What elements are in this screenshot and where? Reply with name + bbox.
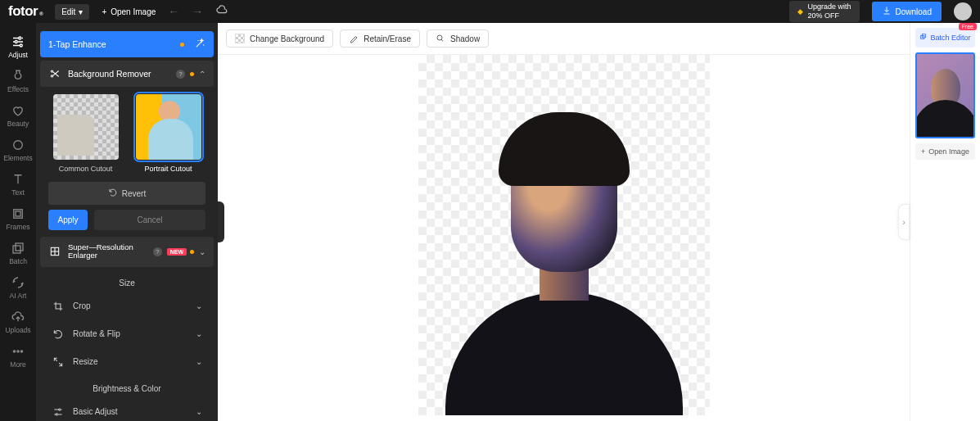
scissors-icon xyxy=(48,67,61,80)
new-badge: NEW xyxy=(167,248,187,256)
panel-collapse-handle[interactable] xyxy=(218,201,224,242)
rail-label: Elements xyxy=(3,154,32,162)
canvas-body xyxy=(218,55,910,421)
crop-row[interactable]: Crop ⌄ xyxy=(40,292,214,320)
subject-cutout xyxy=(441,96,687,415)
upgrade-line1: Upgrade with xyxy=(807,2,851,11)
status-dot-icon xyxy=(190,250,194,254)
rail-item-text[interactable]: Text xyxy=(0,167,36,201)
rail-item-batch[interactable]: Batch xyxy=(0,236,36,270)
batch-editor-label: Batch Editor xyxy=(930,34,970,42)
plus-icon: + xyxy=(921,147,925,156)
svg-rect-7 xyxy=(16,243,23,251)
change-bg-label: Change Background xyxy=(250,34,324,43)
open-image-label: Open Image xyxy=(111,7,156,16)
rotate-flip-row[interactable]: Rotate & Flip ⌄ xyxy=(40,320,214,348)
revert-button[interactable]: Revert xyxy=(48,182,205,205)
top-bar: fotor ® Edit ▾ + Open Image ← → ◆ Upgrad… xyxy=(0,0,980,23)
batch-editor-button[interactable]: Free Batch Editor xyxy=(915,28,975,48)
back-arrow-icon[interactable]: ← xyxy=(168,5,179,18)
svg-rect-19 xyxy=(923,34,926,38)
chevron-down-icon: ⌄ xyxy=(196,357,202,366)
diamond-icon: ◆ xyxy=(797,7,803,16)
info-icon: ? xyxy=(153,247,162,256)
shadow-button[interactable]: Shadow xyxy=(427,29,489,48)
forward-arrow-icon[interactable]: → xyxy=(192,5,203,18)
rail-item-aiart[interactable]: AI Art xyxy=(0,270,36,305)
rail-item-uploads[interactable]: Uploads xyxy=(0,305,36,339)
svg-point-12 xyxy=(51,75,52,77)
one-tap-enhance-row[interactable]: 1-Tap Enhance xyxy=(40,31,214,57)
magic-wand-icon xyxy=(194,38,205,51)
logo-text: fotor xyxy=(8,3,38,20)
background-remover-row[interactable]: Background Remover ? ⌃ xyxy=(40,61,214,87)
svg-point-8 xyxy=(13,351,15,352)
cutout-options: Common Cutout Portrait Cutout xyxy=(40,90,214,177)
svg-point-14 xyxy=(59,409,61,410)
rail-item-adjust[interactable]: Adjust xyxy=(0,29,36,64)
rail-label: Text xyxy=(11,188,25,197)
rail-label: Adjust xyxy=(8,51,28,59)
shadow-label: Shadow xyxy=(450,34,480,43)
svg-rect-6 xyxy=(13,246,20,253)
portrait-cutout-label: Portrait Cutout xyxy=(144,165,192,173)
tool-rail: Adjust Effects Beauty Elements Text Fram… xyxy=(0,23,36,421)
image-thumbnail[interactable] xyxy=(915,52,975,138)
common-cutout-label: Common Cutout xyxy=(59,165,113,173)
right-sidebar: Free Batch Editor + Open Image xyxy=(910,23,980,421)
open-image-right-label: Open Image xyxy=(928,147,969,156)
upgrade-button[interactable]: ◆ Upgrade with 20% OFF xyxy=(789,1,859,22)
batch-icon xyxy=(919,33,928,43)
portrait-cutout-option[interactable]: Portrait Cutout xyxy=(131,94,205,173)
revert-icon xyxy=(108,188,118,199)
portrait-cutout-thumb xyxy=(136,94,201,160)
plus-icon: + xyxy=(102,7,106,16)
open-image-right-button[interactable]: + Open Image xyxy=(915,143,975,160)
chevron-up-icon: ⌃ xyxy=(199,70,205,79)
upgrade-line2: 20% OFF xyxy=(807,11,851,20)
free-badge: Free xyxy=(959,23,977,30)
erase-icon xyxy=(349,34,359,43)
super-res-label: Super—Resolution Enlarger xyxy=(68,243,153,260)
svg-point-2 xyxy=(20,44,22,47)
svg-point-10 xyxy=(20,351,22,352)
rail-item-more[interactable]: More xyxy=(0,339,36,373)
rail-item-frames[interactable]: Frames xyxy=(0,201,36,236)
rail-item-effects[interactable]: Effects xyxy=(0,64,36,98)
resize-row[interactable]: Resize ⌄ xyxy=(40,348,214,376)
download-icon xyxy=(882,6,892,17)
super-resolution-row[interactable]: Super—Resolution Enlarger ? NEW ⌄ xyxy=(40,237,214,267)
right-panel-toggle[interactable]: › xyxy=(898,204,910,240)
adjust-panel: 1-Tap Enhance Background Remover ? ⌃ Com… xyxy=(36,23,218,421)
svg-point-11 xyxy=(51,70,52,72)
rail-label: More xyxy=(10,360,25,369)
rail-label: AI Art xyxy=(10,292,27,300)
main-area: Adjust Effects Beauty Elements Text Fram… xyxy=(0,23,980,421)
rail-item-beauty[interactable]: Beauty xyxy=(0,98,36,133)
download-button[interactable]: Download xyxy=(872,2,942,21)
basic-adjust-row[interactable]: Basic Adjust ⌄ xyxy=(40,398,214,421)
retain-erase-button[interactable]: Retain/Erase xyxy=(340,29,420,48)
rail-item-elements[interactable]: Elements xyxy=(0,133,36,167)
image-canvas[interactable] xyxy=(418,55,710,415)
common-cutout-option[interactable]: Common Cutout xyxy=(48,94,123,173)
chevron-down-icon: ⌄ xyxy=(199,247,205,256)
grid-icon xyxy=(48,245,61,258)
resize-icon xyxy=(52,355,65,369)
avatar[interactable] xyxy=(954,2,972,20)
status-dot-icon xyxy=(180,43,184,47)
rotate-icon xyxy=(52,328,65,341)
edit-dropdown[interactable]: Edit ▾ xyxy=(55,4,89,20)
rail-label: Batch xyxy=(9,257,27,265)
chevron-down-icon: ⌄ xyxy=(196,329,202,338)
basic-adjust-label: Basic Adjust xyxy=(73,407,196,416)
apply-button[interactable]: Apply xyxy=(48,210,88,230)
cloud-sync-icon[interactable] xyxy=(215,4,228,20)
open-image-button[interactable]: + Open Image xyxy=(102,7,156,16)
status-dot-icon xyxy=(190,72,194,76)
rail-label: Effects xyxy=(7,85,29,93)
canvas-toolbar: Change Background Retain/Erase Shadow xyxy=(218,23,910,55)
svg-rect-18 xyxy=(921,35,924,38)
change-background-button[interactable]: Change Background xyxy=(226,29,333,48)
cancel-button[interactable]: Cancel xyxy=(94,210,205,230)
